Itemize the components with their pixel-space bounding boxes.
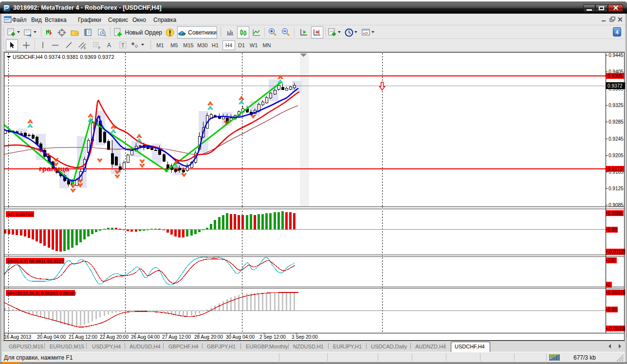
svg-text:USDCHF,H4 0.9374 0.9381 0.936: USDCHF,H4 0.9374 0.9381 0.9369 0.9372 [13,54,114,60]
svg-text:28 Aug 20:00: 28 Aug 20:00 [194,334,223,340]
svg-text:0: 0 [608,282,610,288]
svg-text:0.0088: 0.0088 [608,211,623,216]
svg-text:-0.00334: -0.00334 [608,326,625,331]
svg-text:0.9445: 0.9445 [609,53,624,58]
svg-text:E: E [84,46,86,50]
svg-text:MACD(12,26,9) 0.00283 0.00283: MACD(12,26,9) 0.00283 0.00283 [7,291,76,296]
svg-text:0.9205: 0.9205 [609,153,624,158]
svg-text:21 Aug 12:00: 21 Aug 12:00 [69,334,97,340]
svg-text:A: A [107,42,111,49]
svg-text:0.9395: 0.9395 [608,73,623,79]
svg-text:AO 0.00728: AO 0.00728 [7,212,33,217]
svg-text:0.9325: 0.9325 [609,103,624,108]
svg-text:-0.01126: -0.01126 [608,249,625,255]
svg-text:граница: граница [39,164,69,173]
svg-text:0.00: 0.00 [608,307,617,312]
svg-text:20 Aug 04:00: 20 Aug 04:00 [37,334,66,340]
svg-text:T: T [121,42,125,48]
svg-text:0.00315: 0.00315 [608,290,625,295]
svg-text:26 Aug 04:00: 26 Aug 04:00 [131,334,160,340]
svg-text:Sto(5,3,3) 66.9811 61.3227: Sto(5,3,3) 66.9811 61.3227 [7,258,64,264]
svg-text:0.9172: 0.9172 [608,166,623,172]
svg-text:0.9125: 0.9125 [609,186,624,191]
svg-text:2 Sep 12:00: 2 Sep 12:00 [259,334,286,340]
svg-text:27 Aug 12:00: 27 Aug 12:00 [162,334,191,340]
svg-text:0.9372: 0.9372 [608,83,623,89]
svg-text:30 Aug 04:00: 30 Aug 04:00 [226,334,255,340]
svg-text:0.9085: 0.9085 [609,202,624,208]
svg-text:F: F [98,46,100,50]
svg-text:0.9285: 0.9285 [609,119,624,125]
svg-text:0.9245: 0.9245 [609,136,624,142]
svg-text:22 Aug 20:00: 22 Aug 20:00 [100,334,129,340]
svg-text:3 Sep 20:00: 3 Sep 20:00 [292,334,318,340]
svg-text:16 Aug 2013: 16 Aug 2013 [4,334,32,340]
svg-text:0.00: 0.00 [608,227,617,233]
svg-text:100: 100 [608,258,616,263]
